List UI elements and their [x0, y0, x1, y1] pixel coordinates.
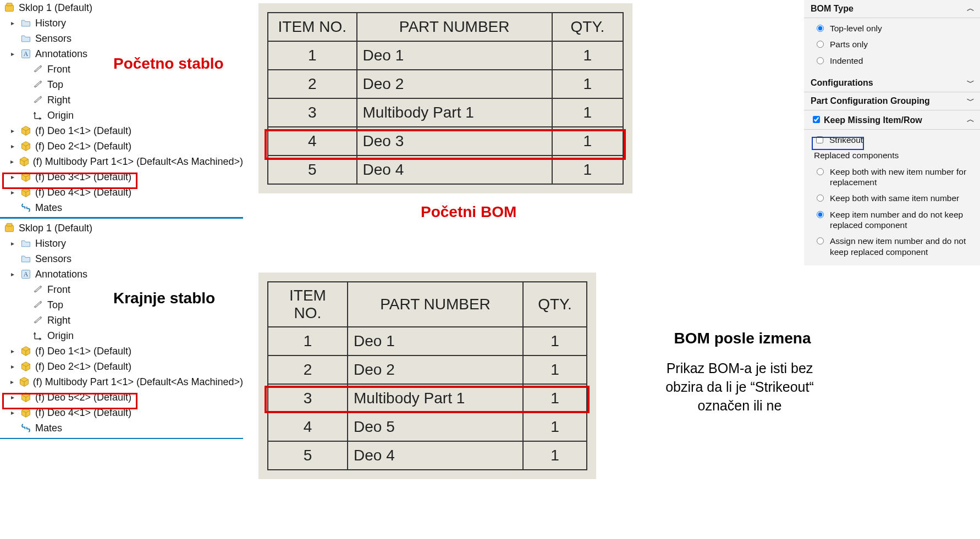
cell-part: Deo 3	[357, 127, 552, 155]
radio-keep-both-new[interactable]: Keep both with new item number for repla…	[814, 164, 976, 191]
expand-triangle-icon[interactable]: ▸	[9, 158, 16, 165]
radio-keep-item-no-replaced[interactable]: Keep item number and do not keep replace…	[814, 207, 976, 234]
replaced-components-title: Replaced components	[814, 148, 976, 164]
desc-line-1: Prikaz BOM-a je isti bez	[667, 360, 813, 376]
label: Top-level only	[830, 23, 882, 34]
tree-item[interactable]: Sensors	[0, 251, 243, 266]
cell-item: 4	[268, 413, 348, 441]
table-row[interactable]: 3Multibody Part 11	[268, 98, 623, 127]
assembly-icon	[3, 2, 15, 13]
tree-root[interactable]: Sklop 1 (Default)	[0, 0, 243, 15]
part-icon	[19, 125, 33, 137]
section-part-config-grouping[interactable]: Part Configuration Grouping ﹀	[804, 92, 980, 110]
radio-keep-both-same[interactable]: Keep both with same item number	[814, 190, 976, 206]
tree-item-label: Origin	[47, 330, 74, 342]
tree-item-label: Origin	[47, 110, 74, 121]
cell-qty: 1	[552, 127, 623, 155]
radio-indented[interactable]: Indented	[814, 53, 976, 69]
property-panel: BOM Type ︿ Top-level only Parts only Ind…	[804, 0, 980, 265]
annotation-initial-bom: Početni BOM	[421, 203, 516, 221]
tree-root-label: Sklop 1 (Default)	[19, 2, 92, 14]
label: Parts only	[830, 39, 868, 49]
cell-part: Deo 2	[348, 355, 523, 384]
tree-item[interactable]: Origin	[0, 108, 243, 123]
checkbox-keep-missing[interactable]	[813, 116, 820, 123]
tree-item[interactable]: ▸(f) Deo 1<1> (Default)	[0, 123, 243, 138]
expand-triangle-icon[interactable]: ▸	[9, 378, 16, 386]
tree-item[interactable]: ▸(f) Deo 2<1> (Default)	[0, 138, 243, 154]
expand-triangle-icon[interactable]: ▸	[9, 347, 16, 355]
radio-top-level[interactable]: Top-level only	[814, 20, 976, 36]
col-part: PART NUMBER	[348, 282, 523, 327]
expand-triangle-icon[interactable]: ▸	[9, 142, 16, 150]
cell-item: 2	[268, 355, 348, 384]
expand-triangle-icon[interactable]: ▸	[9, 127, 16, 135]
cell-item: 5	[268, 155, 357, 184]
tree-item[interactable]: ▸History	[0, 15, 243, 31]
label: Indented	[830, 55, 863, 66]
expand-triangle-icon[interactable]: ▸	[9, 188, 16, 196]
expand-triangle-icon[interactable]: ▸	[9, 19, 16, 27]
radio-new-item-no-replaced[interactable]: Assign new item number and do not keep r…	[814, 233, 976, 260]
radio-parts-only[interactable]: Parts only	[814, 36, 976, 52]
tree-item[interactable]: ▸Annotations	[0, 266, 243, 282]
mates-icon	[19, 202, 33, 214]
tree-item[interactable]: Sensors	[0, 31, 243, 46]
expand-triangle-icon[interactable]: ▸	[9, 363, 16, 370]
tree-item-label: Front	[47, 64, 70, 75]
tree-item-label: Top	[47, 299, 63, 311]
tree-root[interactable]: Sklop 1 (Default)	[0, 220, 243, 236]
bom-initial-table: ITEM NO. PART NUMBER QTY. 1Deo 112Deo 21…	[267, 12, 624, 185]
tree-item[interactable]: ▸(f) Multibody Part 1<1> (Default<As Mac…	[0, 154, 243, 169]
expand-triangle-icon[interactable]: ▸	[9, 240, 16, 247]
chevron-up-icon: ︿	[967, 4, 975, 14]
tree-item[interactable]: ▸(f) Deo 1<1> (Default)	[0, 343, 243, 359]
section-keep-missing[interactable]: Keep Missing Item/Row ︿	[804, 110, 980, 130]
tree-item-label: (f) Multibody Part 1<1> (Default<As Mach…	[33, 376, 243, 388]
cell-item: 3	[268, 98, 357, 127]
plane-icon	[31, 94, 45, 106]
table-row[interactable]: 2Deo 21	[268, 355, 587, 384]
table-row[interactable]: 1Deo 11	[268, 327, 587, 355]
tree-item[interactable]: Right	[0, 92, 243, 108]
tree-item-label: (f) Deo 1<1> (Default)	[35, 346, 131, 357]
highlight-tree2-deo5	[2, 393, 137, 409]
table-row[interactable]: 3Multibody Part 11	[268, 384, 587, 413]
tree-item-label: (f) Deo 2<1> (Default)	[35, 361, 131, 373]
expand-triangle-icon[interactable]: ▸	[9, 270, 16, 278]
annotation-bom-after-desc: Prikaz BOM-a je isti bez obzira da li je…	[624, 359, 855, 415]
tree-item[interactable]: Top	[0, 77, 243, 92]
expand-triangle-icon[interactable]: ▸	[9, 409, 16, 416]
plane-icon	[31, 314, 45, 326]
annotation-final-tree: Krajnje stablo	[113, 290, 215, 307]
section-configurations[interactable]: Configurations ﹀	[804, 74, 980, 92]
a-icon	[19, 268, 33, 280]
tree-item[interactable]: Right	[0, 313, 243, 328]
table-row[interactable]: 5Deo 41	[268, 155, 623, 184]
tree-item[interactable]: ▸(f) Deo 2<1> (Default)	[0, 359, 243, 374]
table-row[interactable]: 1Deo 11	[268, 41, 623, 70]
section-bom-type[interactable]: BOM Type ︿	[804, 0, 980, 18]
chevron-up-icon: ︿	[967, 115, 975, 125]
tree-item[interactable]: ▸History	[0, 236, 243, 251]
cell-item: 5	[268, 441, 348, 470]
tree-item-label: Right	[47, 95, 70, 106]
cell-qty: 1	[523, 384, 587, 413]
tree-item[interactable]: Origin	[0, 328, 243, 343]
tree-item[interactable]: ▸(f) Multibody Part 1<1> (Default<As Mac…	[0, 374, 243, 390]
cell-part: Deo 1	[348, 327, 523, 355]
tree-item-label: Annotations	[35, 269, 87, 280]
tree-item[interactable]: Mates	[0, 420, 243, 436]
table-row[interactable]: 5Deo 41	[268, 441, 587, 470]
tree-item-label: Sensors	[35, 253, 71, 265]
plane-icon	[31, 79, 45, 91]
table-row[interactable]: 4Deo 31	[268, 127, 623, 155]
expand-triangle-icon[interactable]: ▸	[9, 50, 16, 58]
table-row[interactable]: 4Deo 51	[268, 413, 587, 441]
table-row[interactable]: 2Deo 21	[268, 70, 623, 98]
tree-item[interactable]: Mates	[0, 200, 243, 215]
cell-item: 4	[268, 127, 357, 155]
plane-icon	[31, 284, 45, 296]
cell-qty: 1	[523, 355, 587, 384]
annotation-initial-tree: Početno stablo	[113, 55, 224, 73]
